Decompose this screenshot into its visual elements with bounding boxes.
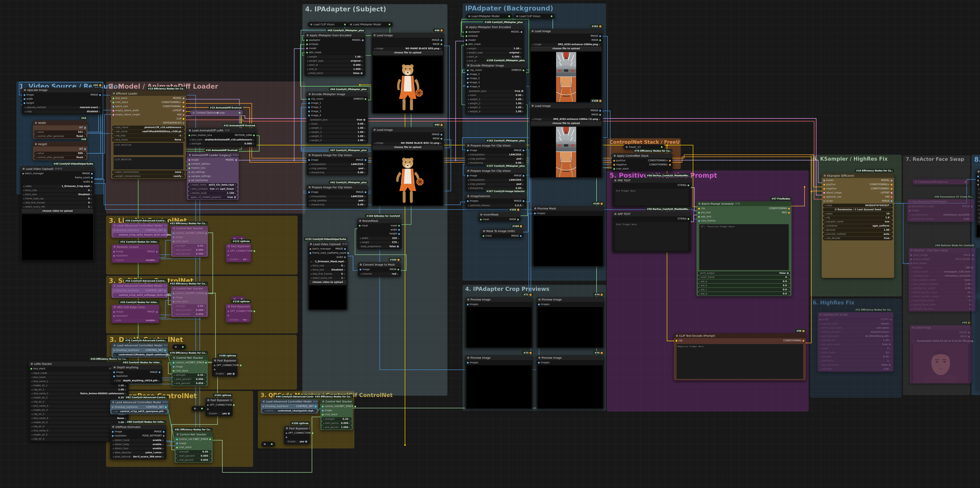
input-slot-ipadapter[interactable] [466,31,467,33]
output-slot[interactable] [271,443,273,445]
collapse-dot[interactable] [22,168,24,170]
node-load-advcn-qrcode[interactable]: #94 ComfyUI-Advanced-Contro..Load Advanc… [261,399,318,413]
widget-detect-gender-input[interactable]: ◂detect_gender_inputno▸ [910,291,974,294]
collapse-dot[interactable] [534,207,536,209]
widget-pw-b[interactable]: ◂pw_b0.0▸ [698,284,790,287]
node-preview-mask[interactable]: #165Preview Maskimages [532,206,604,267]
widget-force-rate[interactable]: ◂force_rate0▸ [22,189,93,192]
node-header[interactable]: Control Net Stacker [175,432,213,437]
input-slot-positive[interactable] [613,159,615,161]
widget-face-restore-model[interactable]: ◂face_restore_modelnone▸ [910,278,974,282]
widget-strength[interactable]: ◂strength0.40▸ [176,450,212,454]
widget-scheduler[interactable]: ◂schedulersgm_uniform▸ [823,224,893,228]
node-encode-ipadapter-background[interactable]: #159 ComfyUI_IPAdapter_plusEncode IPAdap… [465,63,526,114]
collapse-dot[interactable] [820,314,822,316]
node-preview-image-2[interactable]: #74Preview Imageimages [536,297,604,348]
node-facerestore-model-load[interactable]: FaceRestoreModelLoad [913,179,969,184]
collapse-dot[interactable] [264,443,266,445]
widget-sharpening[interactable]: ◂sharpening0.00▸ [308,171,367,174]
widget-hires-steps[interactable]: ◂hires_steps12▸ [819,351,892,354]
node-header[interactable]: Prepare Image For Clip Vision [465,169,526,173]
widget-seed[interactable]: ◂seed0▸ [819,347,892,350]
input-slot-image[interactable] [113,251,115,252]
node-cn-stacker-softedge[interactable]: #53 Efficiency Nodes for Co..Control Net… [171,286,208,317]
widget-interpolation[interactable]: ◂interpolationLANCZOS▸ [308,195,367,198]
input-slot-image[interactable] [113,371,115,373]
collapse-dot[interactable] [173,287,175,290]
node-dwpose-estimator[interactable]: #80 ComfyUI Nodes for Infer..DWPose Esti… [110,424,166,459]
input-slot-lora_stack[interactable] [30,368,32,370]
collapse-dot[interactable] [113,246,115,248]
widget-image[interactable]: ◂imageNO MANE BLACK BZG (1).png▸ [373,142,442,145]
input-slot-resolution[interactable] [113,315,115,317]
output-slot-CONTROL_NET[interactable] [315,405,317,407]
collapse-dot[interactable] [192,112,195,114]
input-slot-pre_text[interactable] [698,212,700,214]
output-slot-CONDITIONING+[interactable] [891,183,892,185]
widget-iterations[interactable]: ◂iterations1▸ [819,359,892,363]
widget-ckpt-name[interactable]: ◂ckpt_namephotonLCM_v10.safetensors▸ [112,126,185,129]
node-encode-ipadapter-subject[interactable]: #64 ComfyUI_IPAdapter_plusEncode IPAdapt… [307,92,368,143]
widget-crop[interactable]: ◂cropdisabled▸ [23,110,101,113]
widget-enabled[interactable]: enabledON [910,266,974,270]
collapse-dot[interactable] [467,357,469,359]
output-slot-VAE[interactable] [183,114,185,115]
output-slot-CONTROL_NET[interactable] [165,406,167,408]
input-slot-height[interactable] [24,102,25,104]
collapse-dot[interactable] [35,143,37,145]
input-slot-blank[interactable] [286,436,287,438]
output-slot-IMAGE[interactable] [523,150,525,151]
widget-model-str-2[interactable]: ◂model_str_20.35▸ [30,396,127,400]
text-area[interactable]: CLIP_NEGATIVE [113,157,183,169]
button-choose-file-to-upload[interactable]: choose file to upload [373,145,442,149]
widget-vae-name[interactable]: ◂vae_namevaeFtMse840000Ema_v100.pt▸ [112,130,185,133]
input-slot-optional_vae[interactable] [823,196,825,198]
input-slot-image_4[interactable] [467,86,469,88]
collapse-dot[interactable] [177,434,178,435]
node-header[interactable]: Control Net Stacker [171,286,208,291]
widget-select-every-nth[interactable]: ◂select_every_nth1▸ [22,205,93,209]
output-slot-EMBEDS[interactable] [523,69,525,71]
widget-unfold-batch[interactable]: unfold_batchfalse [306,72,364,75]
widget-sharpening[interactable]: ◂sharpening0.00▸ [308,203,367,207]
collapse-dot[interactable] [614,179,616,182]
input-slot-ad_settings[interactable] [189,171,190,173]
output-slot-IMAGE[interactable] [599,110,601,112]
collapse-dot[interactable] [189,154,191,156]
output-slot-CONDITIONING[interactable] [788,207,790,209]
output-slot[interactable] [344,24,346,25]
widget-bbox-detector[interactable]: ◂bbox_detectoryolox_l.onnx▸ [111,451,165,454]
widget-image[interactable]: ◂imageIMG_4292-enhance-1080w.png▸ [531,43,601,46]
collapse-dot[interactable] [531,30,533,32]
input-slot-image[interactable] [24,94,25,96]
input-slot-sample_settings[interactable] [189,175,190,177]
collapse-dot[interactable] [538,298,540,300]
output-slot[interactable] [239,112,240,114]
output-slot-INT[interactable] [84,127,86,129]
widget-control-net-name[interactable]: ◂control_net_namecontrolnet11Models_dept… [113,353,166,356]
button-choose-video-to-upload[interactable]: choose video to upload [22,209,93,213]
input-slot-image_1[interactable] [308,102,310,104]
widget-lora-name[interactable]: ◂lora_nameshatterAnimatediff_v10.safeten… [188,138,255,142]
input-slot-width[interactable] [24,98,25,100]
output-slot-IMAGE[interactable] [891,200,892,202]
comfyui-canvas[interactable]: 1. Video Source / Resolution 2. Model / … [0,0,980,488]
widget-cfg[interactable]: ◂cfg1.8▸ [823,216,893,220]
output-slot-mask[interactable] [398,225,400,226]
input-slot-mask[interactable] [359,225,361,226]
input-slot-image_3[interactable] [308,110,310,112]
node-prepare-clipvision-subject-2[interactable]: #62 ComfyUI_IPAdapter_plusPrepare Image … [307,185,368,207]
node-convert-image-to-mask[interactable]: #164Convert Image to MaskimageMASK◂chann… [358,262,401,276]
output-slot-CNET_STACK[interactable] [205,362,207,364]
output-slot-IMAGE[interactable] [599,35,601,37]
output-slot-LATENT[interactable] [183,110,185,112]
collapse-dot[interactable] [194,408,196,410]
collapse-dot[interactable] [113,285,115,287]
output-slot-MASK[interactable] [441,43,442,45]
node-realistic-lineart[interactable]: #51 ComfyUI Nodes for Infer..Realistic L… [111,244,159,263]
node-header[interactable]: APP TEXT [612,212,691,216]
output-slot-CONTROL_NET[interactable] [164,230,166,231]
node-header[interactable]: Load Advanced ControlNet ModelⒶⒸⓃ [111,223,167,228]
text-area[interactable]: Post Prompt Here [615,222,688,251]
input-slot-resolution[interactable] [113,375,115,377]
